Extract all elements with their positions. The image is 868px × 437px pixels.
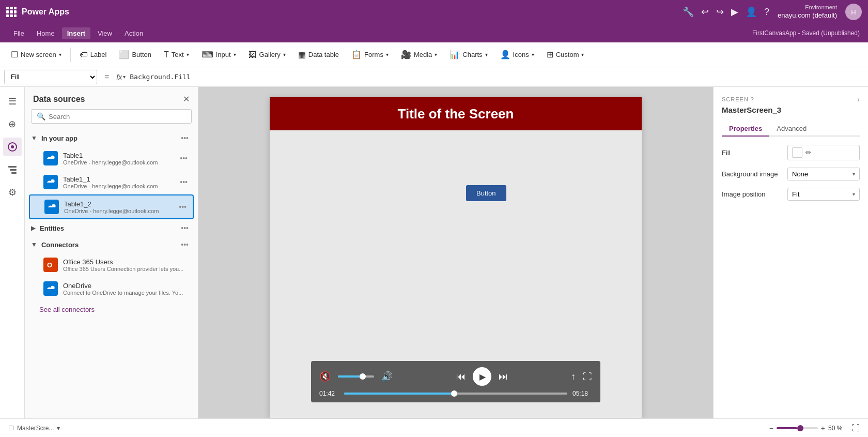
- volume-mute-icon[interactable]: 🔇: [319, 371, 331, 382]
- zoom-slider[interactable]: [777, 427, 818, 429]
- zoom-out-button[interactable]: −: [769, 424, 773, 432]
- progress-bar[interactable]: [344, 393, 567, 395]
- table1-2-name: Table1_2: [64, 200, 159, 208]
- entities-section[interactable]: ▶ Entities •••: [25, 220, 198, 236]
- saved-text: FirstCanvasApp - Saved (Unpublished): [752, 29, 860, 37]
- onedrive-connector-text: OneDrive Connect to OneDrive to manage y…: [63, 282, 183, 296]
- label-button[interactable]: 🏷 Label: [74, 47, 113, 63]
- in-your-app-title: In your app: [41, 134, 78, 142]
- rewind-icon[interactable]: ⏮: [456, 371, 466, 382]
- share-icon[interactable]: ↑: [571, 371, 576, 382]
- close-panel-button[interactable]: ✕: [183, 94, 190, 104]
- data-item-table1-2[interactable]: Table1_2 OneDrive - henry.legge@outlook.…: [29, 194, 194, 219]
- left-settings-icon[interactable]: ⚙: [3, 183, 22, 202]
- entities-more[interactable]: •••: [178, 223, 192, 233]
- search-input[interactable]: [49, 113, 186, 120]
- tab-advanced[interactable]: Advanced: [769, 122, 814, 137]
- zoom-in-button[interactable]: +: [821, 424, 825, 432]
- app-logo: Power Apps: [6, 7, 69, 17]
- right-panel: SCREEN ? › MasterScreen_3 Properties Adv…: [713, 87, 868, 418]
- office365-text: Office 365 Users Office 365 Users Connec…: [63, 258, 183, 272]
- screen-help-icon[interactable]: ?: [751, 96, 754, 102]
- undo-icon[interactable]: ↩: [701, 6, 709, 18]
- entities-title: Entities: [40, 224, 64, 232]
- left-add-icon[interactable]: ⊕: [3, 115, 22, 133]
- menu-home[interactable]: Home: [32, 27, 60, 39]
- in-your-app-more[interactable]: •••: [178, 133, 192, 143]
- formula-input[interactable]: [130, 73, 864, 81]
- table1-2-more-button[interactable]: •••: [179, 203, 187, 211]
- env-name: enayu.com (default): [778, 11, 837, 20]
- image-position-property-row: Image position Fit ▾: [722, 188, 860, 201]
- menu-action[interactable]: Action: [119, 27, 148, 39]
- in-your-app-section[interactable]: ▼ In your app •••: [25, 130, 198, 146]
- environment-info: Environment enayu.com (default): [778, 4, 837, 20]
- svg-text:O: O: [47, 261, 52, 269]
- fill-edit-icon[interactable]: ✏: [805, 148, 812, 157]
- fill-value[interactable]: ✏: [787, 145, 860, 160]
- screen-section-label: SCREEN ?: [722, 96, 754, 102]
- formula-property-dropdown[interactable]: Fill: [4, 70, 97, 84]
- see-all-connectors-link[interactable]: See all connectors: [25, 300, 198, 319]
- fit-to-screen-icon[interactable]: ⛶: [851, 424, 860, 433]
- menu-insert[interactable]: Insert: [62, 27, 90, 39]
- svg-point-1: [11, 145, 14, 148]
- settings-icon[interactable]: 🔧: [683, 6, 694, 18]
- tab-properties[interactable]: Properties: [722, 122, 769, 137]
- volume-slider[interactable]: [338, 375, 374, 378]
- screen-name: MasterScreen_3: [722, 106, 860, 114]
- left-menu-icon[interactable]: ☰: [3, 92, 22, 111]
- expand-panel-icon[interactable]: ›: [857, 95, 860, 103]
- data-sources-panel: Data sources ✕ 🔍 ▼ In your app ••• Table…: [25, 87, 198, 418]
- canvas-button[interactable]: Button: [466, 185, 506, 201]
- gallery-button[interactable]: 🖼 Gallery ▾: [243, 47, 291, 63]
- left-datasource-icon[interactable]: [3, 138, 22, 156]
- waffle-icon[interactable]: [6, 7, 17, 17]
- search-box: 🔍: [31, 109, 192, 124]
- image-position-value[interactable]: Fit ▾: [787, 188, 860, 201]
- custom-button[interactable]: ⊞ Custom ▾: [541, 47, 590, 63]
- new-screen-button[interactable]: ☐ New screen ▾: [5, 47, 67, 63]
- data-item-onedrive-connector[interactable]: OneDrive Connect to OneDrive to manage y…: [29, 277, 194, 300]
- table1-more-button[interactable]: •••: [180, 154, 188, 162]
- fill-color-swatch: [792, 147, 802, 158]
- charts-button[interactable]: 📊 Charts ▾: [444, 47, 493, 63]
- table1-2-icon: [44, 200, 59, 214]
- fast-forward-icon[interactable]: ⏭: [499, 371, 508, 382]
- table1-1-more-button[interactable]: •••: [180, 178, 188, 186]
- entities-chevron: ▶: [31, 224, 36, 232]
- connectors-section[interactable]: ▼ Connectors •••: [25, 236, 198, 253]
- fullscreen-icon[interactable]: ⛶: [583, 371, 592, 382]
- icons-button[interactable]: 👤 Icons ▾: [494, 47, 540, 63]
- screen-tab[interactable]: ☐ MasterScre... ▾: [8, 425, 60, 432]
- data-table-button[interactable]: ▦ Data table: [292, 47, 345, 63]
- data-item-office365[interactable]: O Office 365 Users Office 365 Users Conn…: [29, 253, 194, 276]
- charts-chevron: ▾: [485, 52, 488, 57]
- data-item-table1[interactable]: Table1 OneDrive - henry.legge@outlook.co…: [29, 147, 194, 170]
- left-tree-icon[interactable]: [3, 160, 22, 179]
- table1-2-sub: OneDrive - henry.legge@outlook.com: [64, 208, 159, 214]
- icons-icon: 👤: [500, 50, 510, 59]
- connectors-more[interactable]: •••: [178, 239, 192, 250]
- bg-image-value[interactable]: None ▾: [787, 168, 860, 180]
- onedrive-connector-sub: Connect to OneDrive to manage your files…: [63, 290, 183, 296]
- forms-button[interactable]: 📋 Forms ▾: [346, 47, 394, 63]
- media-button[interactable]: 🎥 Media ▾: [395, 47, 443, 63]
- help-icon[interactable]: ?: [764, 7, 769, 18]
- play-button[interactable]: ▶: [473, 367, 491, 386]
- button-button[interactable]: ⬜ Button: [113, 47, 157, 63]
- user-icon[interactable]: 👤: [746, 6, 757, 18]
- data-item-table1-1[interactable]: Table1_1 OneDrive - henry.legge@outlook.…: [29, 171, 194, 193]
- run-icon[interactable]: ▶: [731, 6, 738, 18]
- table1-2-text: Table1_2 OneDrive - henry.legge@outlook.…: [64, 200, 159, 214]
- user-avatar[interactable]: H: [845, 4, 862, 20]
- connectors-title: Connectors: [41, 241, 79, 249]
- redo-icon[interactable]: ↪: [716, 6, 724, 18]
- text-button[interactable]: T Text ▾: [158, 47, 195, 63]
- menu-file[interactable]: File: [8, 27, 29, 39]
- input-button[interactable]: ⌨ Input ▾: [196, 47, 242, 63]
- top-bar-right: 🔧 ↩ ↪ ▶ 👤 ? Environment enayu.com (defau…: [683, 4, 862, 20]
- screen-tab-label: MasterScre...: [17, 425, 54, 432]
- gallery-chevron: ▾: [283, 52, 286, 57]
- menu-view[interactable]: View: [92, 27, 117, 39]
